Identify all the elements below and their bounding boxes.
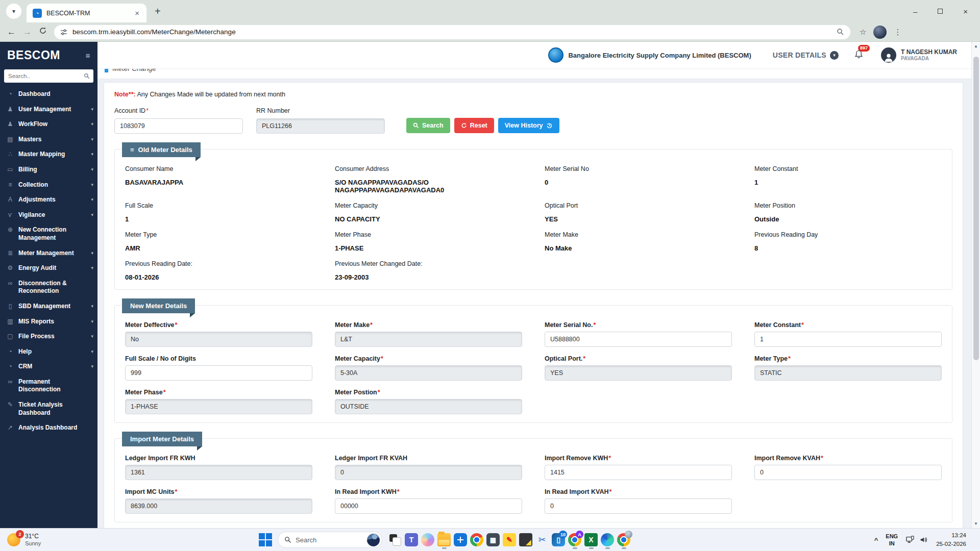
bookmark-star-icon[interactable]: ☆ [860, 28, 866, 37]
sidebar-item-analysis-dashboard[interactable]: ↗ Analysis Dashboard [0, 420, 97, 436]
user-details-menu[interactable]: USER DETAILS ▾ [773, 51, 839, 60]
sidebar-item-vigilance[interactable]: ѵ Vigilance ▾ [0, 208, 97, 223]
main-content: Meter Change Note**: Any Changes Made wi… [97, 69, 971, 528]
sidebar-item-help[interactable]: ◔ Help ▾ [0, 344, 97, 360]
sidebar-item-label: Master Mapping [18, 151, 87, 159]
reset-button[interactable]: Reset [454, 118, 494, 133]
sidebar-item-disconnection-reconnection[interactable]: ∞ Disconnection & Reconnection [0, 276, 97, 299]
scroll-up-arrow[interactable]: ▲ [974, 42, 978, 51]
window-minimize-button[interactable]: – [913, 8, 917, 15]
browser-menu-icon[interactable]: ⋮ [894, 28, 902, 37]
excel-icon[interactable]: X [583, 531, 599, 549]
import-meter-details-section: Import Meter Details Ledger Import FR KW… [114, 438, 952, 522]
sidebar-item-meter-management[interactable]: ≣ Meter Management ▾ [0, 246, 97, 261]
hamburger-menu-icon[interactable]: ≡ [86, 51, 90, 60]
ticket-icon: ✎ [6, 401, 14, 409]
search-button[interactable]: Search [406, 118, 450, 133]
sidebar-item-file-process[interactable]: ▢ File Process ▾ [0, 329, 97, 344]
regional-keyboard-icon[interactable]: ✎ [501, 531, 518, 549]
volume-icon[interactable] [919, 536, 928, 544]
sidebar-item-sbd-management[interactable]: ▯ SBD Management ▾ [0, 299, 97, 314]
in-read-import-kwh-input[interactable] [335, 498, 522, 514]
tab-search-button[interactable]: ▾ [6, 4, 21, 19]
url-text[interactable]: bescom.trm.ieasybill.com/MeterChange/Met… [72, 28, 236, 36]
meter-constant-input[interactable] [754, 332, 942, 347]
chevron-down-icon: ▾ [91, 349, 93, 354]
phone-link-icon[interactable]: ▯ 10 [550, 531, 567, 549]
snipping-tool-icon[interactable]: ✂ [534, 531, 550, 549]
in-read-import-kvah-input[interactable] [545, 498, 732, 514]
notifications-button[interactable]: 897 [854, 49, 864, 61]
file-explorer-icon[interactable] [436, 531, 452, 549]
required-asterisk: * [788, 355, 791, 362]
sidebar-item-crm[interactable]: ◔ CRM ▾ [0, 359, 97, 374]
detail-label: Meter Capacity [335, 202, 522, 209]
language-indicator[interactable]: ENG IN [886, 533, 898, 547]
required-asterisk: * [821, 455, 823, 462]
page-scrollbar[interactable]: ▲ ▼ [971, 42, 980, 528]
meter-list-icon: ≣ [6, 249, 14, 258]
import-remove-kwh-input[interactable] [545, 465, 732, 480]
full-scale-digits-input[interactable] [125, 365, 312, 381]
sidebar-item-label: Billing [18, 166, 87, 174]
copilot-icon[interactable] [420, 531, 436, 549]
tab-close-icon[interactable]: × [134, 9, 140, 17]
new-tab-button[interactable]: + [155, 6, 161, 17]
user-avatar[interactable] [881, 47, 896, 63]
weather-widget[interactable]: 2 31°C Sunny [7, 533, 41, 547]
taskbar-search-box[interactable]: Search [278, 532, 382, 548]
sidebar-item-dashboard[interactable]: ◔ Dashboard [0, 87, 97, 102]
sidebar-item-user-management[interactable]: ♟ User Management ▾ [0, 102, 97, 117]
clock[interactable]: 13:24 25-02-2026 [936, 531, 966, 548]
sidebar-item-permanent-disconnection[interactable]: ∞ Permanent Disconnection [0, 374, 97, 397]
chevron-down-icon: ▾ [91, 265, 93, 270]
search-lens-icon[interactable] [837, 28, 844, 36]
account-id-input[interactable] [114, 118, 243, 134]
view-history-button[interactable]: View History [498, 118, 559, 133]
sidebar-item-new-connection-management[interactable]: ⊕ New Connection Management [0, 222, 97, 245]
weather-temperature: 31°C [25, 533, 41, 540]
task-view-icon[interactable] [387, 531, 403, 549]
edge-icon[interactable] [599, 531, 616, 549]
chrome-icon[interactable] [469, 531, 485, 549]
sidebar-item-adjustments[interactable]: A Adjustments ▾ [0, 192, 97, 208]
sidebar-item-workflow[interactable]: ♟ WorkFlow ▾ [0, 117, 97, 132]
sidebar-item-energy-audit[interactable]: ⚙ Energy Audit ▾ [0, 261, 97, 276]
teams-icon[interactable]: T [403, 531, 420, 549]
browser-tab[interactable]: ◔ BESCOM-TRM × [27, 4, 146, 22]
meter-serial-no-input[interactable] [545, 332, 732, 347]
account-search-row: Account ID* RR Number Search Reset View … [114, 107, 952, 134]
sticky-notes-icon[interactable] [518, 531, 534, 549]
sidebar-item-mis-reports[interactable]: ▥ MIS Reports ▾ [0, 314, 97, 330]
form-field: Meter Serial No.* [545, 321, 732, 347]
sidebar-item-billing[interactable]: ▭ Billing ▾ [0, 162, 97, 178]
full-scale-value: 1 [125, 215, 312, 223]
sidebar-item-label: Adjustments [18, 196, 87, 204]
sidebar-item-ticket-analysis-dashboard[interactable]: ✎ Ticket Analysis Dashboard [0, 397, 97, 420]
chrome-profile2-icon[interactable] [616, 531, 632, 549]
window-maximize-button[interactable] [938, 9, 943, 14]
sidebar-search-input[interactable] [4, 69, 93, 83]
forward-button[interactable]: → [23, 27, 32, 37]
import-remove-kvah-input[interactable] [754, 465, 942, 480]
chrome-profile-icon[interactable]: A [567, 531, 583, 549]
browser-profile-avatar[interactable] [873, 26, 887, 39]
scrollbar-thumb[interactable] [973, 57, 979, 360]
microsoft-store-icon[interactable] [452, 531, 469, 549]
reload-button[interactable] [39, 27, 47, 37]
network-icon[interactable] [905, 536, 915, 544]
tray-chevron-up-icon[interactable]: ^ [874, 536, 878, 544]
calculator-icon[interactable]: ▦ [485, 531, 501, 549]
window-close-button[interactable]: × [963, 8, 968, 15]
sidebar-item-masters[interactable]: ▤ Masters ▾ [0, 132, 97, 147]
start-button[interactable] [258, 532, 273, 547]
address-bar[interactable]: bescom.trm.ieasybill.com/MeterChange/Met… [54, 25, 850, 39]
scroll-down-arrow[interactable]: ▼ [974, 519, 978, 528]
sidebar-item-collection[interactable]: ≡ Collection ▾ [0, 178, 97, 193]
sidebar-item-master-mapping[interactable]: ∴ Master Mapping ▾ [0, 147, 97, 162]
site-settings-icon[interactable] [60, 29, 67, 36]
bar-chart-icon: ▥ [6, 318, 14, 326]
required-asterisk: * [609, 488, 611, 495]
back-button[interactable]: ← [7, 27, 16, 37]
sidebar-item-label: File Process [18, 333, 87, 341]
